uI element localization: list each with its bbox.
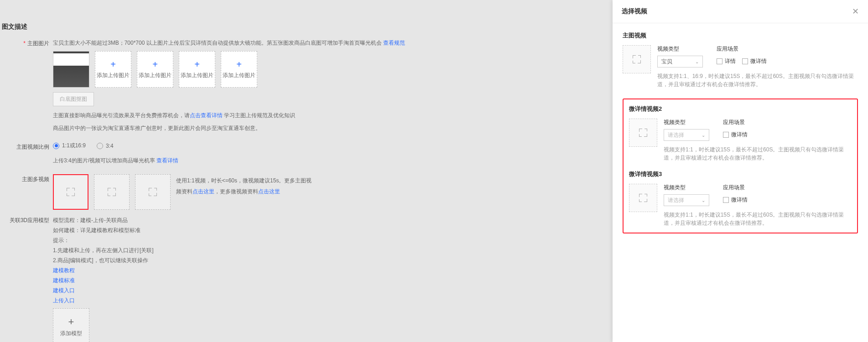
main-image-hint2: 商品图片中的一张设为淘宝直通车推广创意时，更新此图片会同步至淘宝直通车创意。 — [53, 124, 456, 133]
plus-icon: + — [194, 59, 200, 70]
view-spec-link[interactable]: 查看规范 — [383, 40, 405, 46]
ratio-detail-link[interactable]: 查看详情 — [156, 157, 178, 164]
scene-label: 应用场景 — [723, 184, 748, 192]
video-type-select-3[interactable]: 请选择⌄ — [664, 194, 709, 206]
panel-title: 选择视频 — [622, 7, 647, 16]
plus-icon: + — [68, 316, 74, 328]
ratio-1-1-option[interactable]: 1:1或16:9 — [53, 142, 86, 150]
close-icon[interactable]: ✕ — [852, 6, 859, 16]
add-image-3[interactable]: +添加上传图片 — [137, 51, 173, 88]
ratio-label: 主图视频比例 — [0, 142, 53, 169]
panel-video-thumb-1[interactable] — [623, 45, 651, 73]
vsection-hint-2: 视频支持1:1，时长建议15S，最长不超过60S。主图视频只有勾选微详情渠道，并… — [664, 145, 852, 162]
add-image-4[interactable]: +添加上传图片 — [179, 51, 215, 88]
video-desc: 使用1:1视频，时长<=60s，微视频建议15s。更多主图视 频资料点击这里，更… — [176, 174, 456, 197]
vsection-hint-3: 视频支持1:1，时长建议15S，最长不超过60S。主图视频只有勾选微详情渠道，并… — [664, 211, 852, 227]
fullscreen-icon — [149, 188, 157, 196]
add-image-2[interactable]: +添加上传图片 — [95, 51, 131, 88]
upload-entry-link[interactable]: 上传入口 — [53, 297, 75, 304]
checkbox-icon — [723, 197, 729, 203]
video-type-label: 视频类型 — [664, 119, 709, 126]
main-image-desc: 宝贝主图大小不能超过3MB；700*700 以上图片上传后宝贝详情页自动提供放大… — [53, 38, 456, 47]
ratio-hint: 上传3:4的图片/视频可以增加商品曝光机率 查看详情 — [53, 156, 456, 165]
section-title: 图文描述 — [0, 0, 456, 36]
video-slot-1[interactable] — [53, 174, 88, 210]
fullscreen-icon — [108, 188, 116, 196]
model3d-label: 关联3D应用模型 — [0, 215, 53, 342]
video-link-2[interactable]: 点击这里 — [258, 188, 280, 195]
vsection-title-2: 微详情视频2 — [629, 105, 852, 113]
scene-label: 应用场景 — [723, 119, 748, 126]
model-entry-link[interactable]: 建模入口 — [53, 287, 75, 294]
plus-icon: + — [236, 59, 242, 70]
model-standard-link[interactable]: 建模标准 — [53, 277, 75, 284]
checkbox-icon — [742, 58, 748, 64]
fullscreen-icon — [639, 129, 647, 137]
check-microdetail-2[interactable]: 微详情 — [723, 131, 748, 139]
check-detail[interactable]: 详情 — [717, 57, 736, 65]
video-type-label: 视频类型 — [657, 45, 703, 53]
fullscreen-icon — [67, 188, 75, 196]
main-image-label: 主图图片 — [0, 38, 53, 136]
video-slot-2[interactable] — [94, 174, 130, 210]
chevron-down-icon: ⌄ — [695, 59, 699, 64]
view-detail-link[interactable]: 点击查看详情 — [190, 112, 223, 119]
vsection-title-3: 微详情视频3 — [629, 170, 852, 178]
scene-label: 应用场景 — [717, 45, 767, 53]
check-microdetail-3[interactable]: 微详情 — [723, 196, 748, 204]
video-type-label: 视频类型 — [664, 184, 709, 192]
chevron-down-icon: ⌄ — [702, 133, 705, 138]
multi-video-label: 主图多视频 — [0, 174, 53, 210]
vsection-title-main: 主图视频 — [623, 31, 858, 40]
checkbox-icon — [723, 132, 729, 138]
chevron-down-icon: ⌄ — [702, 198, 705, 203]
check-microdetail[interactable]: 微详情 — [742, 57, 767, 65]
main-image-hint1: 主图直接影响商品曝光引流效果及平台免费推荐机会，请点击查看详情 学习主图上传规范… — [53, 111, 456, 120]
ratio-3-4-option[interactable]: 3:4 — [97, 143, 114, 149]
panel-video-thumb-3[interactable] — [629, 184, 657, 212]
select-video-panel: 选择视频 ✕ 主图视频 视频类型 宝贝⌄ 应用场景 — [613, 0, 868, 342]
add-image-5[interactable]: +添加上传图片 — [221, 51, 257, 88]
plus-icon: + — [110, 59, 116, 70]
video-link-1[interactable]: 点击这里 — [192, 188, 214, 195]
fullscreen-icon — [639, 194, 647, 202]
video-type-select-1[interactable]: 宝贝⌄ — [657, 56, 703, 67]
model-tutorial-link[interactable]: 建模教程 — [53, 267, 75, 274]
highlighted-group: 微详情视频2 视频类型 请选择⌄ 应用场景 微详情 — [623, 98, 858, 233]
panel-video-thumb-2[interactable] — [629, 119, 657, 147]
video-type-select-2[interactable]: 请选择⌄ — [664, 129, 709, 141]
main-image-thumb-1[interactable] — [53, 51, 89, 88]
cutout-button[interactable]: 白底图抠图 — [53, 92, 94, 106]
fullscreen-icon — [633, 55, 641, 63]
video-slot-3[interactable] — [135, 174, 171, 210]
add-model-button[interactable]: + 添加模型 — [53, 308, 89, 342]
vsection-hint-1: 视频支持1:1、16:9，时长建议15S，最长不超过60S。主图视频只有勾选微详… — [657, 72, 858, 88]
radio-icon — [97, 143, 103, 149]
radio-icon — [53, 143, 59, 149]
plus-icon: + — [152, 59, 158, 70]
checkbox-icon — [717, 58, 722, 64]
